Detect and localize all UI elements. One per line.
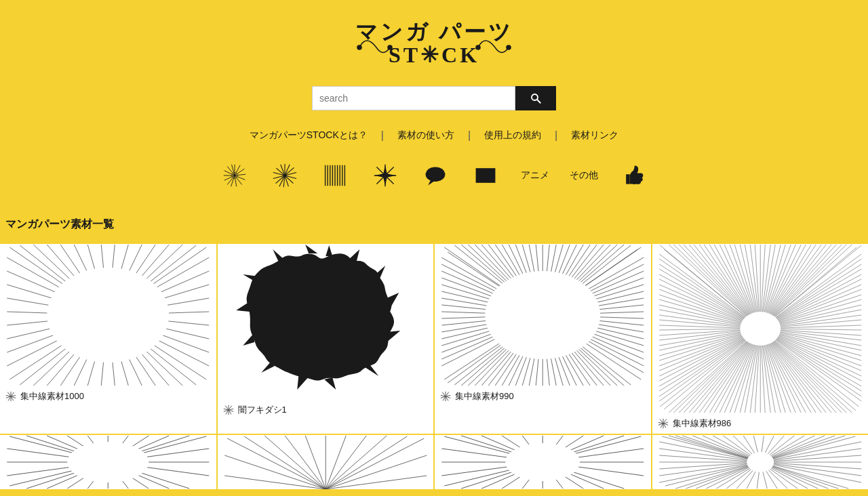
svg-rect-54 xyxy=(476,168,496,183)
category-radial-1[interactable] xyxy=(220,161,250,190)
category-parallel[interactable] xyxy=(320,161,350,190)
svg-text:ST✳CK: ST✳CK xyxy=(389,43,479,67)
search-bar xyxy=(312,86,556,110)
item-icon-2 xyxy=(223,405,234,415)
gallery-item-3[interactable]: 集中線素材990 xyxy=(435,244,651,434)
gallery-bottom-image-2 xyxy=(218,435,434,489)
radial-lines-icon-1 xyxy=(222,163,247,188)
svg-point-4 xyxy=(476,45,480,49)
logo: マンガ パーツ ST✳CK xyxy=(346,14,522,74)
svg-line-7 xyxy=(537,100,540,103)
item-title-1: 集中線素材1000 xyxy=(20,390,84,402)
nav-terms[interactable]: 使用上の規約 xyxy=(471,129,555,142)
item-label-2: 闇フキダシ1 xyxy=(218,400,434,420)
svg-line-16 xyxy=(227,175,235,185)
parallel-lines-icon xyxy=(323,163,347,188)
svg-point-106 xyxy=(47,268,169,363)
svg-point-52 xyxy=(426,167,446,182)
gallery-item-1[interactable]: 集中線素材1000 xyxy=(0,244,216,434)
gallery-bottom-image-4 xyxy=(652,435,869,489)
nav-links-item[interactable]: 素材リンク xyxy=(557,129,632,142)
category-thumbsup[interactable] xyxy=(618,161,648,190)
gallery-item-2[interactable]: 闇フキダシ1 xyxy=(218,244,434,434)
category-rectangle[interactable] xyxy=(471,161,500,190)
logo-image: マンガ パーツ ST✳CK xyxy=(346,14,522,71)
category-bubble[interactable] xyxy=(420,161,450,190)
gallery-grid: 集中線素材1000 xyxy=(0,244,868,434)
nav-howto[interactable]: 素材の使い方 xyxy=(384,129,468,142)
item-icon-3 xyxy=(440,391,451,402)
speed-lines-svg-4 xyxy=(652,244,869,413)
dark-splash-svg xyxy=(218,244,434,400)
item-title-3: 集中線素材990 xyxy=(455,390,514,402)
search-icon xyxy=(530,92,542,104)
speed-lines-svg-3 xyxy=(435,244,651,386)
header: マンガ パーツ ST✳CK xyxy=(0,0,868,218)
search-input[interactable] xyxy=(312,86,515,110)
svg-line-19 xyxy=(224,171,235,175)
svg-point-2 xyxy=(357,45,361,49)
item-icon-1 xyxy=(5,391,16,402)
svg-text:マンガ パーツ: マンガ パーツ xyxy=(355,20,513,44)
category-burst[interactable] xyxy=(270,161,300,190)
gallery-bottom-item-1[interactable] xyxy=(0,435,216,489)
svg-point-3 xyxy=(388,45,392,49)
svg-point-519 xyxy=(747,452,774,472)
gallery-section: マンガパーツ素材一覧 xyxy=(0,218,868,496)
category-star[interactable] xyxy=(370,161,400,190)
svg-point-225 xyxy=(485,271,600,359)
item-image-4 xyxy=(652,244,869,413)
svg-point-463 xyxy=(505,443,580,481)
category-other[interactable]: その他 xyxy=(570,169,598,182)
item-image-3 xyxy=(435,244,651,386)
rectangle-icon xyxy=(473,163,498,188)
gallery-item-4[interactable]: 集中線素材986 xyxy=(652,244,869,434)
nav-about[interactable]: マンガパーツSTOCKとは？ xyxy=(236,129,381,142)
gallery-bottom-item-3[interactable] xyxy=(435,435,651,489)
star-icon xyxy=(373,163,397,188)
item-title-4: 集中線素材986 xyxy=(673,417,732,430)
gallery-bottom-grid xyxy=(0,435,868,489)
gallery-bottom-item-2[interactable] xyxy=(218,435,434,489)
category-anime[interactable]: アニメ xyxy=(521,169,549,182)
speech-bubble-icon xyxy=(423,163,448,188)
gallery-bottom-image-1 xyxy=(0,435,216,489)
burst-lines-icon xyxy=(273,163,297,188)
gallery-bottom-image-3 xyxy=(435,435,651,489)
item-label-4: 集中線素材986 xyxy=(652,413,869,434)
search-button[interactable] xyxy=(515,86,556,110)
item-image-2 xyxy=(218,244,434,400)
speed-lines-svg-1 xyxy=(0,244,216,386)
svg-point-5 xyxy=(507,45,511,49)
svg-point-418 xyxy=(67,442,149,482)
item-image-1 xyxy=(0,244,216,386)
svg-point-379 xyxy=(740,312,781,346)
gallery-bottom-item-4[interactable] xyxy=(652,435,869,489)
item-label-3: 集中線素材990 xyxy=(435,386,651,407)
item-label-1: 集中線素材1000 xyxy=(0,386,216,407)
item-icon-4 xyxy=(658,418,669,429)
section-title: マンガパーツ素材一覧 xyxy=(3,218,865,239)
category-icons: アニメ その他 xyxy=(220,161,648,190)
thumbsup-icon xyxy=(621,163,646,188)
item-title-2: 闇フキダシ1 xyxy=(238,404,287,416)
nav-links: マンガパーツSTOCKとは？ | 素材の使い方 | 使用上の規約 | 素材リンク xyxy=(236,129,632,142)
